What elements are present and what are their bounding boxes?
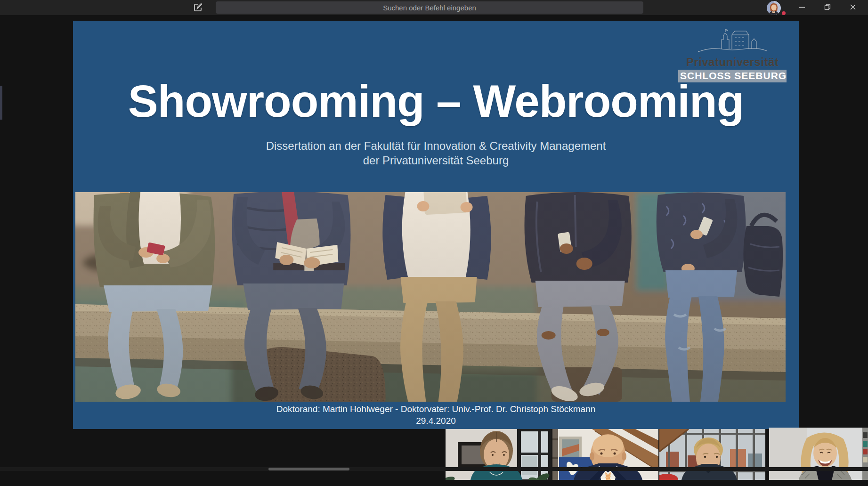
new-chat-icon [193,2,203,14]
horizontal-scrollbar-thumb[interactable] [268,468,349,470]
profile-avatar-button[interactable] [767,0,786,15]
subtitle-line-1: Dissertation an der Fakultät für Innovat… [73,138,799,153]
footer-line-1: Doktorand: Martin Hohlweger - Doktorvate… [73,403,799,415]
video-tile-4[interactable] [769,428,868,482]
logo-institution: Privatuniversität [678,56,787,69]
slide-title: Showrooming – Webrooming [73,75,799,127]
title-bar [0,0,868,15]
restore-button[interactable] [818,0,837,15]
new-chat-button[interactable] [189,1,206,14]
command-search [216,1,643,14]
subtitle-line-2: der Privatuniversität Seeburg [73,153,799,168]
close-button[interactable] [844,0,862,15]
minimize-icon [799,4,805,12]
shelf-items [862,428,868,482]
search-input[interactable] [216,1,643,14]
participant-4-figure [798,432,852,482]
video-tile-2[interactable] [552,429,658,482]
avatar [767,1,786,15]
video-tile-3[interactable] [659,429,765,482]
horizontal-scrollbar [0,467,868,471]
slide-photo [75,192,786,402]
teams-window: Privatuniversität SCHLOSS SEEBURG Showro… [0,0,868,486]
university-logo: Privatuniversität SCHLOSS SEEBURG [678,27,787,82]
screenshare-stage: Privatuniversität SCHLOSS SEEBURG Showro… [0,15,868,486]
slide-footer: Doktorand: Martin Hohlweger - Doktorvate… [73,403,799,427]
close-icon [850,4,856,12]
left-edge-artifact [0,86,2,120]
shared-slide: Privatuniversität SCHLOSS SEEBURG Showro… [73,21,799,429]
slide-subtitle: Dissertation an der Fakultät für Innovat… [73,138,799,168]
minimize-button[interactable] [793,0,811,15]
footer-line-2: 29.4.2020 [73,415,799,427]
castle-line-art-icon [678,27,787,55]
restore-icon [824,4,831,12]
video-tile-1[interactable] [446,429,552,482]
